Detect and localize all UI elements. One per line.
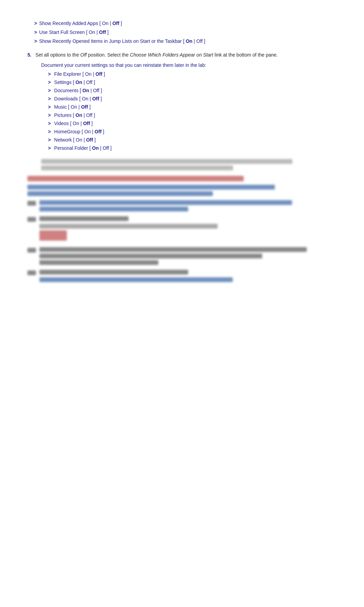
step-5-paragraph: 5. Set all options to the Off position. …	[27, 52, 337, 58]
personal-folder-text: Personal Folder [ On | Off ]	[53, 145, 111, 151]
off-label-1: Off	[112, 21, 119, 26]
downloads-text: Downloads [ On | Off ]	[53, 96, 102, 101]
sub-bullet-network: > Network [ On | Off ]	[48, 137, 337, 143]
sub-bullet-music: > Music [ On | Off ]	[48, 104, 337, 110]
top-bullets-section: > Show Recently Added Apps [ On | Off ] …	[27, 21, 337, 44]
on-settings: On	[75, 80, 82, 85]
documents-text: Documents [ On | Off ]	[53, 88, 102, 93]
choose-folders-italic: Choose Which Folders Appear on Start	[130, 52, 213, 58]
on-docs: On	[83, 88, 89, 93]
arrow-icon-settings: >	[48, 80, 51, 85]
settings-text: Settings [ On | Off ]	[53, 80, 95, 85]
sub-bullet-settings: > Settings [ On | Off ]	[48, 80, 337, 85]
sub-bullet-downloads: > Downloads [ On | Off ]	[48, 96, 337, 101]
off-italic: Off	[80, 52, 87, 58]
bullet-item-jump-lists: > Show Recently Opened Items in Jump Lis…	[27, 38, 337, 44]
sub-bullet-documents: > Documents [ On | Off ]	[48, 88, 337, 93]
bullet-text-3: Show Recently Opened Items in Jump Lists…	[39, 38, 205, 44]
step-5-text: Set all options to the Off position. Sel…	[36, 52, 278, 58]
arrow-icon-pics: >	[48, 112, 51, 118]
blurred-content-section	[27, 159, 337, 282]
off-music: Off	[81, 104, 88, 110]
arrow-icon-1: >	[34, 21, 37, 26]
arrow-icon-pf: >	[48, 145, 51, 151]
off-fe: Off	[95, 71, 102, 77]
off-hg: Off	[95, 129, 101, 134]
arrow-icon-docs: >	[48, 88, 51, 93]
off-vid: Off	[83, 121, 90, 126]
arrow-icon-music: >	[48, 104, 51, 110]
homegroup-text: HomeGroup [ On | Off ]	[53, 129, 104, 134]
on-label-3: On	[186, 38, 192, 44]
doc-instruction: Document your current settings so that y…	[27, 62, 337, 68]
arrow-icon-vid: >	[48, 121, 51, 126]
videos-text: Videos [ On | Off ]	[53, 121, 93, 126]
sub-bullet-personal-folder: > Personal Folder [ On | Off ]	[48, 145, 337, 151]
step-5-container: 5. Set all options to the Off position. …	[27, 52, 337, 58]
off-dl: Off	[92, 96, 99, 101]
sub-bullet-videos: > Videos [ On | Off ]	[48, 121, 337, 126]
sub-bullet-pictures: > Pictures [ On | Off ]	[48, 112, 337, 118]
arrow-icon-3: >	[34, 38, 37, 44]
arrow-icon-2: >	[34, 29, 37, 35]
arrow-icon-hg: >	[48, 129, 51, 134]
step-5-number: 5.	[27, 52, 32, 58]
on-pics: On	[75, 112, 82, 118]
bullet-text-2: Use Start Full Screen [ On | Off ]	[39, 29, 109, 35]
off-label-2: Off	[99, 29, 106, 35]
bullet-text-1: Show Recently Added Apps [ On | Off ]	[39, 21, 122, 26]
on-pf: On	[92, 145, 99, 151]
pictures-text: Pictures [ On | Off ]	[53, 112, 95, 118]
bullet-item-fullscreen: > Use Start Full Screen [ On | Off ]	[27, 29, 337, 35]
off-net: Off	[86, 137, 93, 143]
file-explorer-text: File Explorer [ On | Off ]	[53, 71, 105, 77]
bullet-item-recently-added: > Show Recently Added Apps [ On | Off ]	[27, 21, 337, 26]
sub-bullet-homegroup: > HomeGroup [ On | Off ]	[48, 129, 337, 134]
sub-bullets-section: > File Explorer [ On | Off ] > Settings …	[27, 71, 337, 151]
arrow-icon-fe: >	[48, 71, 51, 77]
network-text: Network [ On | Off ]	[53, 137, 96, 143]
arrow-icon-dl: >	[48, 96, 51, 101]
music-text: Music [ On | Off ]	[53, 104, 90, 110]
sub-bullet-file-explorer: > File Explorer [ On | Off ]	[48, 71, 337, 77]
arrow-icon-net: >	[48, 137, 51, 143]
